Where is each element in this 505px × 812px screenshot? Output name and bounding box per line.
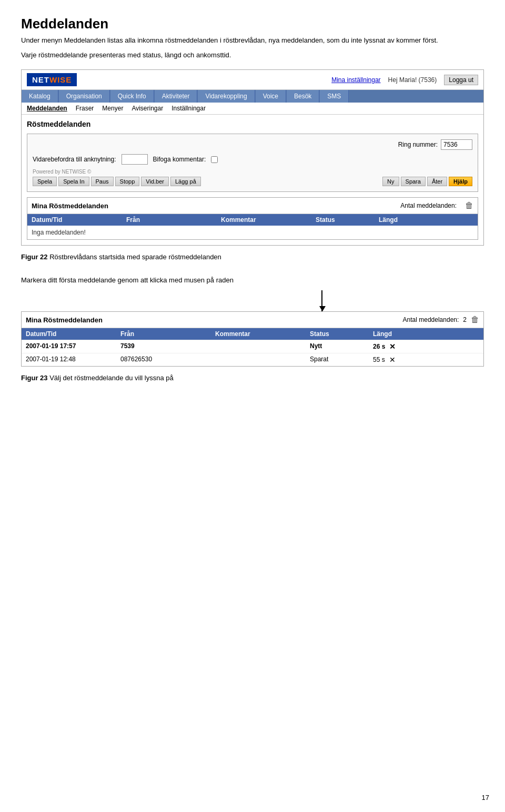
spara-button[interactable]: Spara: [401, 177, 426, 186]
btn-row: Spela Spela In Paus Stopp Vid.ber Lägg p…: [33, 177, 472, 186]
app-container-2: Mina Röstmeddelanden Antal meddelanden: …: [21, 311, 484, 367]
messages-header-right-1: Antal meddelanden: 🗑: [400, 201, 473, 210]
col-fran-2: Från: [116, 328, 211, 340]
hej-text: Hej Maria! (7536): [388, 76, 437, 84]
messages-title-2: Mina Röstmeddelanden: [26, 316, 103, 324]
row2-datum: 2007-01-19 12:48: [22, 353, 116, 366]
mina-installningar-link[interactable]: Mina inställningar: [331, 76, 380, 84]
logga-ut-button[interactable]: Logga ut: [444, 75, 478, 85]
nav-item-voice[interactable]: Voice: [256, 90, 286, 103]
table-row-1[interactable]: 2007-01-19 17:57 7539 Nytt 26 s ✕: [22, 340, 483, 353]
messages-title-1: Mina Röstmeddelanden: [32, 202, 108, 210]
paus-button[interactable]: Paus: [91, 177, 114, 186]
vid-ber-button[interactable]: Vid.ber: [141, 177, 169, 186]
col-status-1: Status: [311, 214, 375, 226]
trash-icon-2[interactable]: 🗑: [471, 315, 479, 324]
logo: NETWISE: [27, 73, 77, 86]
intro-text-2: Varje röstmeddelande presenteras med sta…: [21, 50, 484, 60]
vidare-label: Vidarebefordra till anknytning:: [33, 156, 116, 163]
sub-nav-installningar[interactable]: Inställningar: [171, 105, 206, 112]
fig22-caption: Figur 22 Röstbrevlådans startsida med sp…: [21, 252, 484, 262]
antal-value-2: 2: [463, 316, 467, 323]
bifoga-label: Bifoga kommentar:: [153, 156, 206, 163]
nav-item-katalog[interactable]: Katalog: [22, 90, 58, 103]
row1-langd: 26 s ✕: [369, 340, 421, 353]
sub-nav-fraser[interactable]: Fraser: [76, 105, 94, 112]
nav-item-vidarekoppling[interactable]: Vidarekoppling: [198, 90, 255, 103]
ring-nummer-row: Ring nummer:: [398, 139, 472, 150]
antal-label-2: Antal meddelanden:: [403, 316, 459, 323]
logo-wise: WISE: [49, 75, 72, 84]
messages-header-1: Mina Röstmeddelanden Antal meddelanden: …: [27, 198, 478, 214]
intro-text-1: Under menyn Meddelanden listas alla inko…: [21, 35, 484, 46]
app-container-1: NETWISE Mina inställningar Hej Maria! (7…: [21, 69, 484, 246]
col-status-2: Status: [306, 328, 369, 340]
section-title: Röstmeddelanden: [27, 120, 478, 128]
no-messages: Inga meddelanden!: [27, 226, 478, 239]
instruction-text: Markera ditt första meddelande genom att…: [21, 275, 484, 286]
ater-button[interactable]: Åter: [427, 177, 447, 186]
nav-item-organisation[interactable]: Organisation: [59, 90, 110, 103]
messages-header-right-2: Antal meddelanden: 2 🗑: [403, 315, 479, 324]
row2-fran: 087626530: [116, 353, 211, 366]
ring-nummer-label: Ring nummer:: [398, 141, 438, 148]
lagg-pa-button[interactable]: Lägg på: [170, 177, 201, 186]
spela-button[interactable]: Spela: [33, 177, 57, 186]
table-header-2: Datum/Tid Från Kommentar Status Längd: [22, 328, 483, 340]
row2-langd: 55 s ✕: [369, 353, 421, 366]
row2-delete-icon[interactable]: ✕: [389, 356, 396, 364]
nav-item-besok[interactable]: Besök: [287, 90, 319, 103]
table-header-1: Datum/Tid Från Kommentar Status Längd: [27, 214, 478, 226]
page-number: 17: [482, 794, 489, 801]
trash-icon-1[interactable]: 🗑: [465, 201, 473, 210]
page-heading: Meddelanden: [21, 16, 484, 32]
col-kommentar-2: Kommentar: [211, 328, 306, 340]
row1-delete-icon[interactable]: ✕: [389, 342, 396, 351]
logo-net: NET: [32, 75, 49, 84]
col-datum-1: Datum/Tid: [27, 214, 122, 226]
col-datum-2: Datum/Tid: [22, 328, 116, 340]
col-fran-1: Från: [122, 214, 217, 226]
sub-nav: Meddelanden Fraser Menyer Aviseringar In…: [22, 103, 483, 115]
vidare-row: Vidarebefordra till anknytning: Bifoga k…: [33, 154, 472, 165]
nav-item-sms[interactable]: SMS: [320, 90, 349, 103]
app-header: NETWISE Mina inställningar Hej Maria! (7…: [22, 70, 483, 90]
bifoga-checkbox[interactable]: [211, 156, 218, 163]
vidare-input[interactable]: [122, 154, 148, 165]
nav-item-aktiviteter[interactable]: Aktiviteter: [155, 90, 198, 103]
row1-status: Nytt: [306, 340, 369, 353]
ring-nummer-input[interactable]: [441, 139, 472, 150]
voice-box: Ring nummer: Vidarebefordra till anknytn…: [27, 134, 478, 192]
sub-nav-meddelanden[interactable]: Meddelanden: [27, 105, 67, 112]
fig22-label: Figur 22: [21, 253, 48, 261]
col-langd-2: Längd: [369, 328, 421, 340]
arrow-down-icon: [321, 290, 322, 311]
col-kommentar-1: Kommentar: [217, 214, 311, 226]
main-nav: Katalog Organisation Quick Info Aktivite…: [22, 90, 483, 103]
row2-status: Sparat: [306, 353, 369, 366]
powered-by: Powered by NETWISE ©: [33, 169, 472, 175]
row1-datum: 2007-01-19 17:57: [22, 340, 116, 353]
hjalp-button[interactable]: Hjälp: [449, 177, 472, 186]
messages-header-2: Mina Röstmeddelanden Antal meddelanden: …: [22, 312, 483, 328]
row1-fran: 7539: [116, 340, 211, 353]
stopp-button[interactable]: Stopp: [115, 177, 140, 186]
row1-kommentar: [211, 340, 306, 353]
row2-kommentar: [211, 353, 306, 366]
fig23-text: Välj det röstmeddelande du vill lyssna p…: [49, 374, 174, 382]
ny-button[interactable]: Ny: [382, 177, 399, 186]
fig23-label: Figur 23: [21, 374, 48, 382]
fig22-text: Röstbrevlådans startsida med sparade rös…: [49, 253, 221, 261]
voice-box-header: Ring nummer:: [33, 139, 472, 150]
table-row-2[interactable]: 2007-01-19 12:48 087626530 Sparat 55 s ✕: [22, 353, 483, 366]
col-langd-1: Längd: [375, 214, 427, 226]
sub-nav-menyer[interactable]: Menyer: [102, 105, 123, 112]
spela-in-button[interactable]: Spela In: [58, 177, 89, 186]
fig23-caption: Figur 23 Välj det röstmeddelande du vill…: [21, 373, 484, 383]
content-area: Röstmeddelanden Ring nummer: Vidarebefor…: [22, 115, 483, 245]
messages-area-1: Mina Röstmeddelanden Antal meddelanden: …: [27, 197, 478, 240]
sub-nav-aviseringar[interactable]: Aviseringar: [132, 105, 163, 112]
header-right: Mina inställningar Hej Maria! (7536) Log…: [331, 75, 478, 85]
arrow-container: [160, 290, 484, 311]
nav-item-quick-info[interactable]: Quick Info: [110, 90, 154, 103]
